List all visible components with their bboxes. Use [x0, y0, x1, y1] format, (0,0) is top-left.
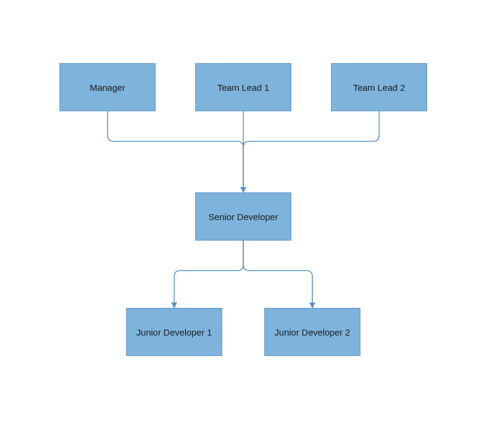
edge-senior-to-junior2	[243, 241, 312, 308]
node-junior-developer-1: Junior Developer 1	[126, 308, 222, 356]
edge-manager-to-senior	[108, 111, 243, 192]
org-diagram: Manager Team Lead 1 Team Lead 2 Senior D…	[0, 0, 504, 445]
node-label: Team Lead 1	[217, 82, 270, 93]
node-team-lead-1: Team Lead 1	[195, 63, 291, 111]
node-senior-developer: Senior Developer	[195, 192, 291, 241]
node-label: Junior Developer 1	[136, 327, 212, 337]
node-team-lead-2: Team Lead 2	[331, 63, 427, 111]
node-label: Junior Developer 2	[275, 327, 350, 337]
node-label: Manager	[90, 82, 125, 93]
edge-lead2-to-senior	[243, 111, 379, 147]
node-label: Senior Developer	[208, 212, 278, 222]
node-manager: Manager	[59, 63, 156, 111]
edge-senior-to-junior1	[174, 241, 243, 308]
node-junior-developer-2: Junior Developer 2	[264, 308, 360, 356]
node-label: Team Lead 2	[353, 82, 405, 93]
